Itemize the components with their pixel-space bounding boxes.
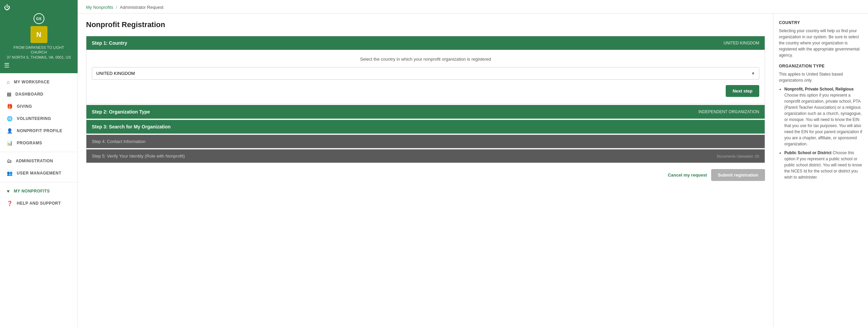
sidebar-item-volunteering[interactable]: 🌐 VOLUNTEERING	[0, 113, 78, 125]
programs-icon: 📊	[7, 140, 13, 146]
dashboard-icon: ▤	[7, 91, 12, 97]
bottom-actions: Cancel my request Submit registration	[86, 164, 765, 182]
sidebar-item-my-workspace[interactable]: ⌂ MY WORKSPACE	[0, 76, 78, 88]
main-content: Nonprofit Registration Step 1: Country U…	[78, 14, 773, 327]
panel-country-title: COUNTRY	[779, 20, 863, 25]
country-select[interactable]: UNITED KINGDOM UNITED STATES CANADA AUST…	[92, 67, 759, 80]
step1-header: Step 1: Country UNITED KINGDOM	[86, 36, 765, 50]
sidebar-item-giving[interactable]: 🎁 GIVING	[0, 100, 78, 113]
volunteering-icon: 🌐	[7, 116, 13, 121]
panel-list-item-1-bold: Nonprofit, Private School, Religious	[784, 87, 854, 91]
page-title: Nonprofit Registration	[86, 20, 765, 29]
my-nonprofits-icon: ♥	[7, 188, 10, 194]
step3-header: Step 3: Search for My Organization	[86, 120, 765, 134]
step4-title: Step 4: Contact Information	[92, 139, 145, 144]
step1-block: Step 1: Country UNITED KINGDOM Select th…	[86, 36, 765, 104]
step1-body: Select the country in which your nonprof…	[86, 50, 765, 104]
step5-block: Step 5: Verify Your Identity (Role with …	[86, 149, 765, 163]
step2-block: Step 2: Organization Type Independent or…	[86, 105, 765, 119]
breadcrumb-current: Administrator Request	[120, 5, 164, 10]
breadcrumb: My Nonprofits / Administrator Request	[86, 5, 860, 10]
step2-title: Step 2: Organization Type	[92, 109, 150, 115]
step3-block: Step 3: Search for My Organization	[86, 120, 765, 134]
sidebar-item-label: NONPROFIT PROFILE	[17, 128, 63, 133]
sidebar-item-label: VOLUNTEERING	[17, 116, 51, 121]
step3-title: Step 3: Search for My Organization	[92, 124, 171, 129]
sidebar-item-label: PROGRAMS	[17, 141, 42, 145]
breadcrumb-separator: /	[116, 5, 117, 10]
sidebar-nav: ⌂ MY WORKSPACE ▤ DASHBOARD 🎁 GIVING 🌐 VO…	[0, 73, 78, 327]
panel-list-item-1-text: Choose this option if you represent a no…	[784, 93, 862, 146]
power-icon[interactable]: ⏻	[4, 4, 10, 11]
sidebar: ⏻ GS N FROM DARKNESS TO LIGHT CHURCH 37 …	[0, 0, 78, 327]
submit-registration-button[interactable]: Submit registration	[711, 169, 765, 181]
sidebar-item-administration[interactable]: 🗂 ADMINISTRATION	[0, 155, 78, 167]
step2-header: Step 2: Organization Type Independent or…	[86, 105, 765, 119]
org-name: FROM DARKNESS TO LIGHT CHURCH 37 NORTH S…	[7, 45, 71, 60]
sidebar-item-programs[interactable]: 📊 PROGRAMS	[0, 137, 78, 149]
panel-org-type-title: ORGANIZATION TYPE	[779, 64, 863, 68]
next-step-button[interactable]: Next step	[726, 85, 759, 97]
step1-description: Select the country in which your nonprof…	[92, 57, 759, 62]
sidebar-item-dashboard[interactable]: ▤ DASHBOARD	[0, 88, 78, 100]
hamburger-icon[interactable]: ☰	[4, 62, 9, 69]
user-initials-badge: GS	[34, 13, 44, 24]
panel-list-item-2: Public School or District Choose this op…	[784, 150, 863, 180]
help-icon: ❓	[7, 201, 13, 206]
topbar: My Nonprofits / Administrator Request	[78, 0, 868, 14]
step5-header: Step 5: Verify Your Identity (Role with …	[86, 149, 765, 163]
content-wrapper: Nonprofit Registration Step 1: Country U…	[78, 14, 868, 327]
panel-list-item-2-bold: Public School or District	[784, 150, 831, 155]
sidebar-item-user-management[interactable]: 👥 USER MANAGEMENT	[0, 167, 78, 179]
panel-list-item-1: Nonprofit, Private School, Religious Cho…	[784, 86, 863, 147]
sidebar-item-label: GIVING	[17, 104, 32, 109]
sidebar-item-label: DASHBOARD	[16, 92, 44, 97]
nav-divider	[0, 152, 78, 152]
sidebar-header: ⏻ GS N FROM DARKNESS TO LIGHT CHURCH 37 …	[0, 0, 78, 73]
panel-org-type-note: This applies to United States based orga…	[779, 71, 863, 83]
giving-icon: 🎁	[7, 104, 13, 109]
step5-title: Step 5: Verify Your Identity (Role with …	[92, 154, 185, 159]
nav-divider-2	[0, 182, 78, 182]
step5-value: Documents Uploaded: (0)	[717, 154, 759, 158]
sidebar-item-label: ADMINISTRATION	[16, 159, 53, 163]
sidebar-item-my-nonprofits[interactable]: ♥ MY NONPROFITS	[0, 185, 78, 197]
step2-value: Independent organization	[698, 109, 759, 114]
right-panel: COUNTRY Selecting your country will help…	[773, 14, 868, 327]
country-select-wrapper: UNITED KINGDOM UNITED STATES CANADA AUST…	[92, 67, 759, 80]
sidebar-item-label: MY WORKSPACE	[14, 80, 50, 84]
panel-country-text: Selecting your country will help us find…	[779, 28, 863, 58]
administration-icon: 🗂	[7, 158, 12, 164]
home-icon: ⌂	[7, 79, 10, 85]
step4-header: Step 4: Contact Information	[86, 135, 765, 148]
panel-org-type-list: Nonprofit, Private School, Religious Cho…	[779, 86, 863, 180]
sidebar-item-label: HELP AND SUPPORT	[17, 201, 61, 206]
step1-country-value: UNITED KINGDOM	[724, 41, 759, 45]
main-area: My Nonprofits / Administrator Request No…	[78, 0, 868, 327]
sidebar-item-label: USER MANAGEMENT	[17, 171, 62, 176]
org-logo: N	[30, 26, 47, 43]
step4-block: Step 4: Contact Information	[86, 135, 765, 148]
profile-icon: 👤	[7, 128, 13, 134]
sidebar-item-help-support[interactable]: ❓ HELP AND SUPPORT	[0, 197, 78, 209]
sidebar-item-nonprofit-profile[interactable]: 👤 NONPROFIT PROFILE	[0, 125, 78, 137]
step1-title: Step 1: Country	[92, 40, 127, 46]
cancel-request-link[interactable]: Cancel my request	[668, 172, 707, 178]
breadcrumb-link[interactable]: My Nonprofits	[86, 5, 113, 10]
sidebar-item-label: MY NONPROFITS	[14, 189, 50, 193]
user-mgmt-icon: 👥	[7, 170, 13, 176]
